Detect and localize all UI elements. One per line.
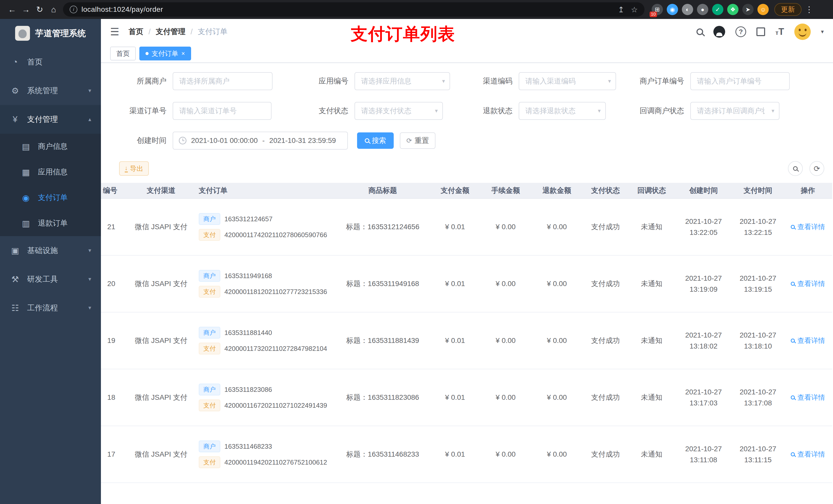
callback-status-filter-label: 回调商户状态 [633,106,684,116]
target-icon: ◉ [21,193,31,203]
channel-order-no-filter-input[interactable] [173,102,271,120]
sidebar-item-home[interactable]: ◔ 首页 [0,48,101,76]
font-size-icon[interactable]: тT [776,26,784,37]
sidebar-item-system[interactable]: ⚙ 系统管理 ▾ [0,76,101,105]
merchant-order-no-filter-input[interactable] [690,72,790,90]
refresh-table-button[interactable]: ⟳ [809,161,824,176]
merchant-filter-input[interactable] [173,72,272,90]
channel-order-no-filter-label: 渠道订单号 [109,106,166,116]
callback-status-filter-select[interactable] [690,102,780,120]
close-icon[interactable]: × [181,50,185,56]
avatar[interactable] [794,24,811,40]
breadcrumb-home[interactable]: 首页 [128,27,143,37]
breadcrumb-payment[interactable]: 支付管理 [156,27,186,37]
browser-update-button[interactable]: 更新 [774,3,802,16]
chevron-down-icon[interactable]: ▾ [821,28,824,35]
gear-icon: ⚙ [10,86,21,96]
chevron-down-icon: ▾ [88,305,91,311]
sidebar-item-dev-tools[interactable]: ⚒ 研发工具 ▾ [0,265,101,293]
view-detail-link[interactable]: 查看详情 [791,450,825,459]
sidebar-item-app-info[interactable]: ▦ 应用信息 [0,159,101,185]
payment-submenu: ▤ 商户信息 ▦ 应用信息 ◉ 支付订单 ▥ 退款订单 [0,134,101,236]
merchant-tag: 商户 [199,327,220,339]
refresh-icon: ⟳ [813,164,820,173]
sidebar-item-workflow[interactable]: ☷ 工作流程 ▾ [0,293,101,322]
share-icon[interactable]: ↥ [618,5,624,14]
breadcrumb-current: 支付订单 [198,27,228,37]
date-range-picker[interactable]: 2021-10-01 00:00:00 - 2021-10-31 23:59:5… [173,131,348,149]
collapse-sidebar-icon[interactable]: ☰ [110,26,119,38]
extension-face-icon[interactable]: ☺ [757,4,769,15]
tab-bar: 首页 支付订单 × [101,45,833,63]
extension-gray-icon[interactable]: ◐ [682,4,693,15]
sidebar: 芋道管理系统 ◔ 首页 ⚙ 系统管理 ▾ ¥ 支付管理 ▴ ▤ 商户信息 ▦ 应… [0,19,101,504]
search-icon [791,282,795,286]
toggle-search-button[interactable] [788,161,803,176]
card-icon: ▤ [21,142,31,152]
search-icon[interactable] [696,28,703,35]
channel-code-filter-select[interactable] [519,72,616,90]
refund-status-filter-select[interactable] [519,102,606,120]
chevron-down-icon: ▾ [88,247,91,254]
extension-pin-icon[interactable]: ➤ [742,4,754,15]
status-badge: 支付成功 [582,336,628,345]
pay-tag: 支付 [199,343,220,355]
sidebar-item-refund-order[interactable]: ▥ 退款订单 [0,211,101,236]
app-logo: 芋道管理系统 [0,19,101,48]
merchant-tag: 商户 [199,440,220,452]
browser-chrome: ← → ↻ ⌂ i localhost:1024/pay/order ↥ ☆ ⊞… [0,0,833,19]
fullscreen-icon[interactable] [756,27,765,36]
forward-icon[interactable]: → [19,3,33,16]
merchant-order-no-filter-label: 商户订单编号 [633,76,684,86]
extension-circle-icon[interactable]: ● [697,4,708,15]
document-icon: ▥ [21,218,31,229]
view-detail-link[interactable]: 查看详情 [791,222,825,232]
search-icon [365,138,370,143]
browser-menu-icon[interactable]: ⋮ [805,5,813,14]
chevron-down-icon: ▾ [88,276,91,283]
dashboard-icon: ◔ [10,57,21,67]
extension-chat-icon[interactable]: ❖ [727,4,738,15]
active-dot [145,52,148,55]
url-text[interactable]: localhost:1024/pay/order [81,5,163,14]
export-button[interactable]: ↓ 导出 [119,161,149,176]
sidebar-item-payment[interactable]: ¥ 支付管理 ▴ [0,105,101,134]
tab-pay-order[interactable]: 支付订单 × [139,47,191,61]
reload-icon[interactable]: ↻ [33,3,47,16]
extension-icons: ⊞10 ◉ ◐ ● ✓ ❖ ➤ ☺ [652,4,769,15]
address-bar[interactable]: i localhost:1024/pay/order ↥ ☆ [63,2,644,17]
table-row: 18 微信 JSAPI 支付 商户1635311823086 支付4200001… [101,369,832,426]
breadcrumb: 首页 / 支付管理 / 支付订单 [128,27,228,37]
view-detail-link[interactable]: 查看详情 [791,279,825,288]
search-button[interactable]: 搜索 [357,133,394,149]
filter-row-3: 创建时间 2021-10-01 00:00:00 - 2021-10-31 23… [101,131,833,149]
extension-drop-icon[interactable]: ◉ [667,4,678,15]
extension-check-icon[interactable]: ✓ [712,4,723,15]
tools-icon: ⚒ [10,274,21,284]
orders-table: 编号 支付渠道 支付订单 商品标题 支付金额 手续金额 退款金额 支付状态 回调… [101,183,832,504]
briefcase-icon: ☷ [10,303,21,313]
sidebar-item-merchant-info[interactable]: ▤ 商户信息 [0,134,101,159]
view-detail-link[interactable]: 查看详情 [791,393,825,402]
date-range-end[interactable]: 2021-10-31 23:59:59 [269,137,336,145]
sidebar-item-infra[interactable]: ▣ 基础设施 ▾ [0,236,101,265]
site-info-icon[interactable]: i [70,6,77,13]
bookmark-star-icon[interactable]: ☆ [631,5,638,14]
app-filter-select[interactable] [355,72,450,90]
tab-home[interactable]: 首页 [110,47,136,61]
app-title: 芋道管理系统 [35,28,86,39]
table-row: 21 微信 JSAPI 支付 商户1635312124657 支付4200001… [101,199,832,256]
back-icon[interactable]: ← [5,3,19,16]
view-detail-link[interactable]: 查看详情 [791,336,825,345]
status-badge: 支付成功 [582,392,628,402]
date-range-start[interactable]: 2021-10-01 00:00:00 [191,137,258,145]
home-icon[interactable]: ⌂ [47,3,61,16]
channel-code-filter-label: 渠道编码 [472,76,513,86]
help-icon[interactable]: ? [735,26,746,37]
reset-button[interactable]: ⟳ 重置 [400,133,435,149]
sidebar-item-pay-order[interactable]: ◉ 支付订单 [0,185,101,211]
pay-status-filter-select[interactable] [355,102,443,120]
merchant-tag: 商户 [199,270,220,282]
extension-grid-icon[interactable]: ⊞10 [652,4,663,15]
github-icon[interactable] [713,26,725,38]
